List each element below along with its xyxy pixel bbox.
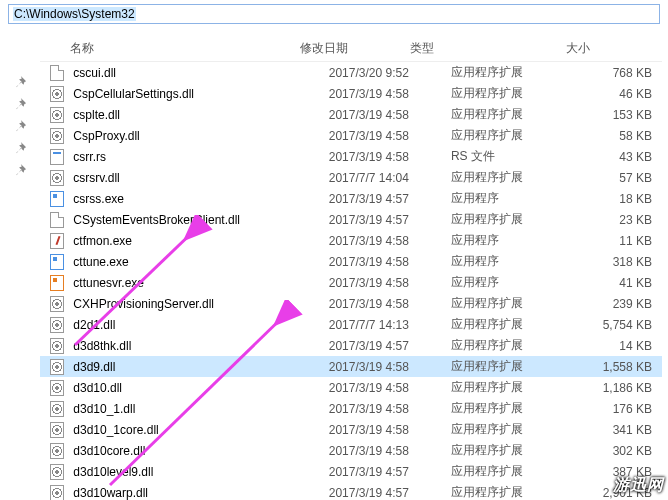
file-type: 应用程序扩展 — [451, 209, 562, 230]
file-icon — [40, 230, 73, 251]
file-size: 43 KB — [562, 146, 662, 167]
file-type: 应用程序扩展 — [451, 419, 562, 440]
file-icon — [40, 482, 73, 500]
file-icon — [40, 335, 73, 356]
file-type: 应用程序扩展 — [451, 482, 562, 500]
file-row[interactable]: CXHProvisioningServer.dll2017/3/19 4:58应… — [40, 293, 662, 314]
file-row[interactable]: csplte.dll2017/3/19 4:58应用程序扩展153 KB — [40, 104, 662, 125]
address-path[interactable]: C:\Windows\System32 — [13, 7, 136, 21]
file-size: 57 KB — [562, 167, 662, 188]
file-row[interactable]: d3d8thk.dll2017/3/19 4:57应用程序扩展14 KB — [40, 335, 662, 356]
file-name: csrss.exe — [73, 188, 328, 209]
header-type[interactable]: 类型 — [410, 40, 510, 57]
file-icon — [40, 188, 73, 209]
file-date: 2017/3/19 4:57 — [329, 482, 451, 500]
file-type: 应用程序 — [451, 188, 562, 209]
file-icon — [40, 293, 73, 314]
file-name: CspProxy.dll — [73, 125, 328, 146]
pin-icon[interactable] — [13, 141, 27, 155]
file-type: 应用程序扩展 — [451, 440, 562, 461]
file-type: 应用程序扩展 — [451, 83, 562, 104]
column-headers: 名称 修改日期 类型 大小 — [40, 36, 662, 62]
pin-icon[interactable] — [13, 119, 27, 133]
file-type: 应用程序扩展 — [451, 62, 562, 83]
file-date: 2017/3/19 4:58 — [329, 146, 451, 167]
file-size: 5,754 KB — [562, 314, 662, 335]
pin-icon[interactable] — [13, 163, 27, 177]
file-type: 应用程序扩展 — [451, 314, 562, 335]
file-name: CSystemEventsBrokerClient.dll — [73, 209, 328, 230]
file-row[interactable]: d3d10core.dll2017/3/19 4:58应用程序扩展302 KB — [40, 440, 662, 461]
file-row[interactable]: cttunesvr.exe2017/3/19 4:58应用程序41 KB — [40, 272, 662, 293]
file-row[interactable]: ctfmon.exe2017/3/19 4:58应用程序11 KB — [40, 230, 662, 251]
file-date: 2017/3/19 4:58 — [329, 251, 451, 272]
file-type: 应用程序扩展 — [451, 335, 562, 356]
file-size: 18 KB — [562, 188, 662, 209]
file-type: 应用程序扩展 — [451, 398, 562, 419]
file-type: 应用程序扩展 — [451, 104, 562, 125]
file-size: 341 KB — [562, 419, 662, 440]
file-name: cttunesvr.exe — [73, 272, 328, 293]
file-date: 2017/3/19 4:57 — [329, 461, 451, 482]
file-icon — [40, 461, 73, 482]
file-row[interactable]: csrss.exe2017/3/19 4:57应用程序18 KB — [40, 188, 662, 209]
file-size: 768 KB — [562, 62, 662, 83]
file-row[interactable]: d3d10.dll2017/3/19 4:58应用程序扩展1,186 KB — [40, 377, 662, 398]
file-icon — [40, 104, 73, 125]
file-row[interactable]: d3d10_1core.dll2017/3/19 4:58应用程序扩展341 K… — [40, 419, 662, 440]
file-date: 2017/3/19 4:58 — [329, 356, 451, 377]
file-icon — [40, 125, 73, 146]
file-row[interactable]: d3d10_1.dll2017/3/19 4:58应用程序扩展176 KB — [40, 398, 662, 419]
file-row[interactable]: csrsrv.dll2017/7/7 14:04应用程序扩展57 KB — [40, 167, 662, 188]
file-date: 2017/3/19 4:58 — [329, 293, 451, 314]
address-bar[interactable]: C:\Windows\System32 — [8, 4, 660, 24]
file-date: 2017/3/19 4:57 — [329, 335, 451, 356]
file-type: 应用程序 — [451, 251, 562, 272]
file-row[interactable]: csrr.rs2017/3/19 4:58RS 文件43 KB — [40, 146, 662, 167]
file-row[interactable]: d2d1.dll2017/7/7 14:13应用程序扩展5,754 KB — [40, 314, 662, 335]
file-type: RS 文件 — [451, 146, 562, 167]
header-size[interactable]: 大小 — [510, 40, 600, 57]
file-row[interactable]: d3d9.dll2017/3/19 4:58应用程序扩展1,558 KB — [40, 356, 662, 377]
file-type: 应用程序扩展 — [451, 356, 562, 377]
file-size: 11 KB — [562, 230, 662, 251]
header-name[interactable]: 名称 — [70, 40, 300, 57]
file-date: 2017/3/19 4:58 — [329, 230, 451, 251]
file-date: 2017/3/19 4:58 — [329, 125, 451, 146]
file-row[interactable]: CspCellularSettings.dll2017/3/19 4:58应用程… — [40, 83, 662, 104]
file-name: csplte.dll — [73, 104, 328, 125]
watermark: 游迅网 — [613, 475, 664, 496]
file-row[interactable]: d3d10warp.dll2017/3/19 4:57应用程序扩展2,901 K… — [40, 482, 662, 500]
pin-icon[interactable] — [13, 75, 27, 89]
file-name: d3d10level9.dll — [73, 461, 328, 482]
file-row[interactable]: cscui.dll2017/3/20 9:52应用程序扩展768 KB — [40, 62, 662, 83]
file-size: 23 KB — [562, 209, 662, 230]
file-row[interactable]: CSystemEventsBrokerClient.dll2017/3/19 4… — [40, 209, 662, 230]
file-date: 2017/3/19 4:57 — [329, 209, 451, 230]
file-row[interactable]: CspProxy.dll2017/3/19 4:58应用程序扩展58 KB — [40, 125, 662, 146]
file-icon — [40, 209, 73, 230]
file-row[interactable]: cttune.exe2017/3/19 4:58应用程序318 KB — [40, 251, 662, 272]
file-name: d3d10warp.dll — [73, 482, 328, 500]
file-name: d2d1.dll — [73, 314, 328, 335]
file-type: 应用程序扩展 — [451, 125, 562, 146]
file-name: csrsrv.dll — [73, 167, 328, 188]
file-icon — [40, 167, 73, 188]
header-date[interactable]: 修改日期 — [300, 40, 410, 57]
pin-icon[interactable] — [13, 97, 27, 111]
file-size: 239 KB — [562, 293, 662, 314]
file-name: csrr.rs — [73, 146, 328, 167]
file-icon — [40, 83, 73, 104]
file-type: 应用程序 — [451, 230, 562, 251]
file-row[interactable]: d3d10level9.dll2017/3/19 4:57应用程序扩展387 K… — [40, 461, 662, 482]
file-icon — [40, 251, 73, 272]
file-size: 14 KB — [562, 335, 662, 356]
file-name: cttune.exe — [73, 251, 328, 272]
file-type: 应用程序 — [451, 272, 562, 293]
file-date: 2017/3/19 4:58 — [329, 398, 451, 419]
file-name: CspCellularSettings.dll — [73, 83, 328, 104]
file-icon — [40, 146, 73, 167]
file-type: 应用程序扩展 — [451, 293, 562, 314]
file-icon — [40, 272, 73, 293]
file-date: 2017/3/19 4:58 — [329, 104, 451, 125]
